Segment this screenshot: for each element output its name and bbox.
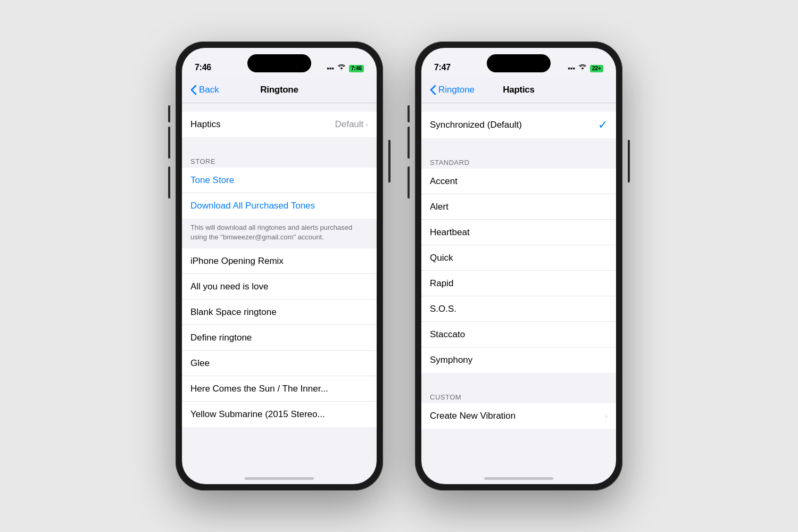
home-indicator	[245, 477, 314, 480]
volume-down-button	[168, 167, 170, 198]
list-item[interactable]: Define ringtone	[182, 325, 377, 351]
haptics-value: Default ›	[335, 119, 368, 130]
nav-title-2: Haptics	[503, 85, 534, 95]
haptics-group: Haptics Default ›	[182, 112, 377, 137]
haptics-row[interactable]: Haptics Default ›	[182, 112, 377, 137]
list-item[interactable]: All you need is love	[182, 274, 377, 300]
vibration-label: Heartbeat	[430, 227, 470, 238]
create-vibration-label: Create New Vibration	[430, 411, 516, 421]
dynamic-island	[247, 54, 311, 72]
mute-switch	[168, 105, 170, 122]
download-tones-label: Download All Purchased Tones	[190, 201, 315, 211]
status-icons: ▪▪▪ 7:46	[327, 64, 364, 72]
store-info-text: This will download all ringtones and ale…	[182, 219, 377, 248]
ringtone-label: Glee	[190, 358, 210, 369]
list-item[interactable]: Here Comes the Sun / The Inner...	[182, 376, 377, 402]
list-item[interactable]: Accent	[421, 169, 616, 194]
custom-group: Create New Vibration ›	[421, 403, 616, 429]
custom-section-header: CUSTOM	[421, 390, 616, 403]
mute-switch-2	[408, 105, 410, 122]
power-button-2	[628, 140, 630, 182]
ringtone-label: Blank Space ringtone	[190, 307, 277, 318]
ringtone-label: Define ringtone	[190, 332, 252, 343]
list-item[interactable]: Blank Space ringtone	[182, 300, 377, 325]
ringtone-label: Yellow Submarine (2015 Stereo...	[190, 409, 325, 420]
back-button-2[interactable]: Ringtone	[430, 85, 475, 95]
store-section-header: STORE	[182, 154, 377, 168]
battery-icon: 7:46	[349, 65, 364, 72]
ringtone-label: Here Comes the Sun / The Inner...	[190, 384, 328, 394]
standard-section-header: STANDARD	[421, 155, 616, 169]
standard-section-gap	[421, 138, 616, 155]
phone2-content: Synchronized (Default) ✓ STANDARD Accent…	[421, 103, 616, 484]
vibration-label: Symphony	[430, 355, 472, 365]
gap-top-2	[421, 103, 616, 112]
custom-section-gap	[421, 373, 616, 390]
signal-icon: ▪▪▪	[327, 64, 334, 72]
volume-up-button	[168, 127, 170, 159]
create-vibration-row[interactable]: Create New Vibration ›	[421, 403, 616, 429]
tone-store-label: Tone Store	[190, 175, 234, 186]
home-indicator-2	[484, 477, 553, 480]
back-button-1[interactable]: Back	[190, 85, 219, 95]
haptics-label: Haptics	[190, 119, 221, 130]
back-chevron-icon-2	[430, 85, 436, 95]
status-time-2: 7:47	[434, 63, 451, 72]
volume-down-button-2	[408, 167, 410, 198]
back-label-1: Back	[199, 85, 219, 95]
list-item[interactable]: Symphony	[421, 347, 616, 373]
checkmark-icon: ✓	[598, 118, 608, 132]
ringtone-label: All you need is love	[190, 281, 268, 292]
battery-icon-2: 22+	[590, 65, 603, 72]
vibration-label: Quick	[430, 253, 453, 263]
vibration-label: Alert	[430, 202, 448, 212]
nav-bar-2: Ringtone Haptics	[421, 77, 616, 103]
list-item[interactable]: Alert	[421, 194, 616, 220]
vibration-label: Staccato	[430, 329, 465, 340]
ringtones-group: iPhone Opening Remix All you need is lov…	[182, 248, 377, 427]
volume-up-button-2	[408, 127, 410, 159]
ringtone-label: iPhone Opening Remix	[190, 256, 284, 267]
create-vibration-chevron-icon: ›	[605, 412, 608, 420]
phone-2: 7:47 ▪▪▪ 22+	[415, 41, 622, 491]
back-label-2: Ringtone	[438, 85, 475, 95]
status-time: 7:46	[195, 63, 211, 72]
vibration-label: Rapid	[430, 278, 453, 289]
list-item[interactable]: Yellow Submarine (2015 Stereo...	[182, 402, 377, 427]
phone1-content: Haptics Default › STORE Tone Store	[182, 103, 377, 484]
list-item[interactable]: Heartbeat	[421, 220, 616, 245]
nav-bar-1: Back Ringtone	[182, 77, 377, 103]
power-button	[388, 140, 390, 182]
phone-1: 7:46 ▪▪▪ 7:46	[176, 41, 383, 491]
synchronized-label: Synchronized (Default)	[430, 120, 522, 130]
list-item[interactable]: Rapid	[421, 271, 616, 296]
back-chevron-icon	[190, 85, 197, 95]
list-item[interactable]: S.O.S.	[421, 296, 616, 322]
list-item[interactable]: Staccato	[421, 322, 616, 347]
status-icons-2: ▪▪▪ 22+	[568, 64, 603, 72]
list-item[interactable]: Glee	[182, 351, 377, 376]
haptics-value-text: Default	[335, 119, 363, 130]
wifi-icon	[337, 64, 346, 72]
store-section-gap	[182, 137, 377, 154]
synchronized-row[interactable]: Synchronized (Default) ✓	[421, 112, 616, 138]
vibration-label: Accent	[430, 176, 458, 187]
haptics-chevron-icon: ›	[365, 120, 368, 129]
list-item[interactable]: iPhone Opening Remix	[182, 248, 377, 274]
wifi-icon-2	[578, 64, 587, 72]
nav-title-1: Ringtone	[260, 85, 298, 95]
gap-top	[182, 103, 377, 112]
dynamic-island-2	[487, 54, 551, 72]
download-tones-row[interactable]: Download All Purchased Tones	[182, 193, 377, 219]
synchronized-group: Synchronized (Default) ✓	[421, 112, 616, 138]
list-item[interactable]: Quick	[421, 245, 616, 271]
standard-group: Accent Alert Heartbeat Quick Rapid	[421, 169, 616, 373]
tone-store-row[interactable]: Tone Store	[182, 168, 377, 193]
signal-icon-2: ▪▪▪	[568, 64, 575, 72]
vibration-label: S.O.S.	[430, 304, 456, 314]
store-group: Tone Store Download All Purchased Tones	[182, 168, 377, 219]
